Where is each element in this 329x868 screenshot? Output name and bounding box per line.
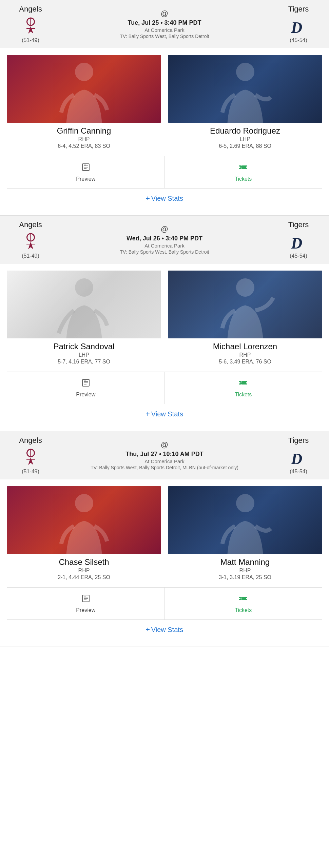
plus-icon-2: + (146, 410, 150, 418)
svg-marker-2 (28, 26, 33, 34)
home-team-record-3: (45-54) (290, 469, 307, 475)
at-symbol-1: @ (54, 9, 275, 18)
view-stats-2[interactable]: +View Stats (0, 404, 329, 424)
game-info-2: @ Wed, Jul 26 • 3:40 PM PDT At Comerica … (54, 225, 275, 255)
tigers-logo-icon: D (289, 17, 308, 35)
away-pitcher-hand-2: LHP (7, 352, 161, 358)
tickets-button-1[interactable]: Tickets (165, 156, 322, 188)
game-tv-1: TV: Bally Sports West, Bally Sports Detr… (54, 34, 275, 39)
home-pitcher-name-1: Eduardo Rodriguez (168, 126, 322, 136)
home-pitcher-block-2: Michael Lorenzen RHP 5-6, 3.49 ERA, 76 S… (168, 271, 322, 365)
newspaper-3-icon (81, 594, 91, 603)
preview-icon-2 (81, 378, 91, 390)
home-pitcher-stats-2: 5-6, 3.49 ERA, 76 SO (168, 359, 322, 365)
home-pitcher-block-1: Eduardo Rodriguez LHP 6-5, 2.69 ERA, 88 … (168, 55, 322, 149)
tickets-label-2: Tickets (235, 392, 252, 398)
away-team-block-3: Angels (51-49) (7, 436, 54, 475)
tigers-logo-2-icon: D (289, 232, 308, 251)
away-team-name-2: Angels (19, 220, 42, 229)
away-pitcher-name-1: Griffin Canning (7, 126, 161, 136)
home-pitcher-name-2: Michael Lorenzen (168, 342, 322, 351)
view-stats-label-1: View Stats (151, 195, 183, 202)
pitcher-silhouette-3-icon (183, 277, 307, 338)
game-venue-2: At Comerica Park (54, 243, 275, 249)
pitchers-section-1: Griffin Canning RHP 6-4, 4.52 ERA, 83 SO… (7, 55, 322, 149)
angels-logo-icon (21, 17, 40, 35)
at-symbol-3: @ (54, 440, 275, 449)
svg-point-19 (236, 278, 254, 297)
actions-section-3: Preview Tickets (7, 587, 322, 620)
away-team-logo-1 (20, 16, 41, 36)
svg-point-31 (75, 494, 93, 512)
game-info-3: @ Thu, Jul 27 • 10:10 AM PDT At Comerica… (54, 440, 275, 470)
ticket-icon-3 (238, 594, 248, 605)
newspaper-2-icon (81, 378, 91, 388)
at-symbol-2: @ (54, 225, 275, 234)
view-stats-1[interactable]: +View Stats (0, 189, 329, 209)
preview-label-2: Preview (76, 392, 95, 398)
away-team-name-3: Angels (19, 436, 42, 445)
svg-rect-11 (84, 164, 86, 166)
away-pitcher-photo-3 (7, 486, 161, 554)
matchup-header-3: Angels (51-49) @ Thu, Jul 27 • 10:10 AM … (0, 431, 329, 479)
home-team-name-1: Tigers (288, 5, 309, 14)
game-datetime-3: Thu, Jul 27 • 10:10 AM PDT (54, 451, 275, 458)
home-team-logo-1: D (288, 16, 309, 36)
game-datetime-2: Wed, Jul 26 • 3:40 PM PDT (54, 235, 275, 242)
pitcher-silhouette-4-icon (22, 493, 146, 554)
home-team-record-1: (45-54) (290, 37, 307, 43)
svg-rect-37 (84, 596, 86, 597)
away-pitcher-stats-2: 5-7, 4.16 ERA, 77 SO (7, 359, 161, 365)
home-team-block-2: Tigers D (45-54) (275, 220, 322, 259)
angels-logo-3-icon (21, 448, 40, 467)
game-card-3: Angels (51-49) @ Thu, Jul 27 • 10:10 AM … (0, 431, 329, 647)
preview-button-3[interactable]: Preview (7, 588, 165, 619)
home-team-logo-2: D (288, 231, 309, 252)
away-pitcher-photo-1 (7, 55, 161, 123)
svg-text:D: D (291, 235, 302, 251)
tickets-button-2[interactable]: Tickets (165, 372, 322, 404)
away-team-logo-2 (20, 231, 41, 252)
svg-text:D: D (291, 450, 302, 467)
home-pitcher-stats-1: 6-5, 2.69 ERA, 88 SO (168, 143, 322, 149)
tickets-button-3[interactable]: Tickets (165, 588, 322, 619)
home-team-name-3: Tigers (288, 436, 309, 445)
svg-marker-15 (28, 242, 33, 249)
ticket-icon-2 (238, 378, 248, 390)
matchup-header-1: Angels (51-49) @ Tue, Jul 25 • 3:40 PM P… (0, 0, 329, 48)
pitcher-silhouette-icon (183, 62, 307, 123)
tickets-label-1: Tickets (235, 176, 252, 182)
pitcher-silhouette-2-icon (22, 277, 146, 338)
preview-label-1: Preview (76, 176, 95, 182)
away-pitcher-block-1: Griffin Canning RHP 6-4, 4.52 ERA, 83 SO (7, 55, 161, 149)
preview-icon-3 (81, 594, 91, 605)
home-pitcher-name-3: Matt Manning (168, 557, 322, 567)
pitcher-silhouette-icon (22, 62, 146, 123)
svg-point-18 (75, 278, 93, 297)
game-tv-2: TV: Bally Sports West, Bally Sports Detr… (54, 249, 275, 255)
away-pitcher-name-2: Patrick Sandoval (7, 342, 161, 351)
preview-button-1[interactable]: Preview (7, 156, 165, 188)
ticket-3-icon (238, 594, 248, 603)
home-pitcher-photo-1 (168, 55, 322, 123)
game-tv-3: TV: Bally Sports West, Bally Sports Detr… (54, 465, 275, 470)
svg-rect-24 (84, 380, 86, 382)
svg-point-5 (75, 63, 93, 81)
home-pitcher-stats-3: 3-1, 3.19 ERA, 25 SO (168, 574, 322, 580)
ticket-icon-1 (238, 162, 248, 174)
preview-button-2[interactable]: Preview (7, 372, 165, 404)
view-stats-label-3: View Stats (151, 626, 183, 633)
game-datetime-1: Tue, Jul 25 • 3:40 PM PDT (54, 19, 275, 26)
away-pitcher-block-2: Patrick Sandoval LHP 5-7, 4.16 ERA, 77 S… (7, 271, 161, 365)
home-team-block-3: Tigers D (45-54) (275, 436, 322, 475)
away-team-block-1: Angels (51-49) (7, 5, 54, 43)
view-stats-3[interactable]: +View Stats (0, 620, 329, 640)
pitchers-section-3: Chase Silseth RHP 2-1, 4.44 ERA, 25 SO M… (7, 486, 322, 580)
pitcher-silhouette-5-icon (183, 493, 307, 554)
away-pitcher-name-3: Chase Silseth (7, 557, 161, 567)
away-pitcher-stats-1: 6-4, 4.52 ERA, 83 SO (7, 143, 161, 149)
game-venue-3: At Comerica Park (54, 458, 275, 464)
plus-icon-1: + (146, 195, 150, 202)
svg-point-6 (236, 63, 254, 81)
home-pitcher-photo-3 (168, 486, 322, 554)
